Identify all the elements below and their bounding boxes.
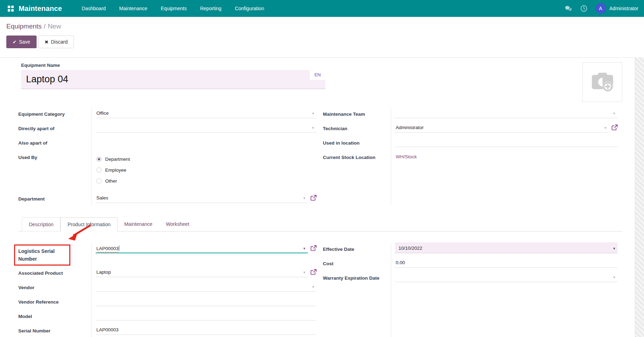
radio-department[interactable]: Department bbox=[96, 154, 130, 165]
menu-dashboard[interactable]: Dashboard bbox=[76, 0, 111, 17]
external-link-icon[interactable] bbox=[311, 269, 317, 275]
activities-clock-icon[interactable] bbox=[580, 5, 588, 12]
text-cursor bbox=[119, 246, 119, 251]
field-row-warranty-expiration: Warranty Expiration Date ▾ bbox=[323, 271, 618, 286]
associated-product-input[interactable]: Laptop ▾ bbox=[96, 266, 308, 277]
field-row-maintenance-team: Maintenance Team ▾ bbox=[323, 107, 618, 122]
tab-maintenance[interactable]: Maintenance bbox=[117, 217, 159, 231]
field-row-associated-product: Associated Product Laptop ▾ bbox=[18, 266, 317, 281]
radio-unselected-icon[interactable] bbox=[96, 167, 102, 173]
user-menu[interactable]: Administrator bbox=[610, 6, 638, 11]
logistics-serial-number-input[interactable]: LAP00003 ▾ bbox=[96, 242, 308, 253]
breadcrumb-equipments[interactable]: Equipments bbox=[6, 23, 42, 30]
equipment-category-label: Equipment Category bbox=[18, 112, 65, 117]
field-row-serial-number: Serial Number LAP00003 bbox=[18, 324, 317, 337]
external-link-icon[interactable] bbox=[311, 195, 317, 201]
used-by-radio-group: Department Employee Other bbox=[96, 151, 130, 189]
vendor-reference-label: Vendor Reference bbox=[18, 299, 59, 305]
chevron-down-icon[interactable]: ▾ bbox=[303, 196, 305, 201]
tab-description[interactable]: Description bbox=[22, 217, 60, 231]
field-row-model: Model bbox=[18, 310, 317, 324]
technician-input[interactable]: Administrator ▾ bbox=[395, 122, 609, 133]
department-input[interactable]: Sales ▾ bbox=[96, 192, 308, 203]
used-in-location-input[interactable] bbox=[395, 136, 618, 147]
field-row-vendor: Vendor ▾ bbox=[18, 281, 317, 295]
radio-selected-icon[interactable] bbox=[96, 157, 102, 162]
chevron-down-icon[interactable]: ▾ bbox=[312, 126, 314, 130]
breadcrumb-separator: / bbox=[42, 23, 47, 30]
discard-button[interactable]: ✖Discard bbox=[38, 36, 74, 48]
vendor-input[interactable]: ▾ bbox=[96, 281, 317, 292]
field-row-directly-apart: Directly apart of ▾ bbox=[18, 122, 317, 136]
menu-maintenance[interactable]: Maintenance bbox=[114, 0, 153, 17]
also-apart-input[interactable] bbox=[96, 136, 317, 147]
external-link-icon[interactable] bbox=[612, 125, 618, 131]
top-navbar: Maintenance Dashboard Maintenance Equipm… bbox=[0, 0, 644, 17]
form-sheet: Equipment Name Laptop 04 EN Equipment Ca… bbox=[0, 57, 635, 337]
breadcrumb: Equipments/New bbox=[6, 23, 644, 30]
department-label: Department bbox=[18, 196, 45, 202]
radio-unselected-icon[interactable] bbox=[96, 178, 102, 184]
field-row-department: Department Sales ▾ bbox=[18, 192, 317, 206]
directly-apart-input[interactable]: ▾ bbox=[96, 122, 317, 133]
chevron-down-icon[interactable]: ▾ bbox=[613, 275, 615, 280]
maintenance-team-input[interactable]: ▾ bbox=[395, 107, 618, 118]
chevron-down-icon[interactable]: ▾ bbox=[604, 126, 606, 130]
effective-date-label: Effective Date bbox=[323, 247, 354, 252]
stock-location-link[interactable]: WH/Stock bbox=[395, 151, 417, 159]
camera-plus-icon bbox=[590, 71, 615, 93]
logistics-serial-number-label: Logistics Serial Number bbox=[18, 248, 55, 262]
menu-reporting[interactable]: Reporting bbox=[195, 0, 227, 17]
breadcrumb-current: New bbox=[48, 23, 61, 30]
serial-number-label: Serial Number bbox=[18, 328, 51, 333]
field-row-cost: Cost 0.00 bbox=[323, 257, 618, 271]
main-menu: Dashboard Maintenance Equipments Reporti… bbox=[76, 0, 270, 17]
radio-other[interactable]: Other bbox=[96, 176, 130, 186]
warranty-expiration-label: Warranty Expiration Date bbox=[323, 275, 380, 281]
menu-equipments[interactable]: Equipments bbox=[155, 0, 192, 17]
cost-input[interactable]: 0.00 bbox=[395, 257, 618, 268]
effective-date-input[interactable]: 10/10/2022 ▾ bbox=[395, 242, 618, 253]
messages-icon[interactable] bbox=[565, 5, 572, 12]
chevron-down-icon[interactable]: ▾ bbox=[613, 111, 615, 116]
apps-menu-icon[interactable] bbox=[8, 6, 14, 12]
field-row-technician: Technician Administrator ▾ bbox=[323, 122, 618, 136]
field-row-used-by: Used By Department Employee bbox=[18, 151, 317, 189]
equipment-name-input[interactable]: Laptop 04 EN bbox=[21, 70, 325, 89]
used-in-location-label: Used in location bbox=[323, 140, 359, 146]
field-row-effective-date: Effective Date 10/10/2022 ▾ bbox=[323, 242, 618, 257]
radio-employee[interactable]: Employee bbox=[96, 165, 130, 176]
chevron-down-icon[interactable]: ▾ bbox=[613, 246, 615, 251]
app-brand[interactable]: Maintenance bbox=[19, 5, 62, 13]
directly-apart-label: Directly apart of bbox=[18, 126, 55, 131]
model-input[interactable] bbox=[96, 310, 317, 320]
field-row-vendor-reference: Vendor Reference bbox=[18, 295, 317, 310]
associated-product-label: Associated Product bbox=[18, 271, 63, 276]
field-row-logistics-serial-number: Logistics Serial Number LAP00003 ▾ bbox=[18, 242, 317, 266]
current-stock-location-label: Current Stock Location bbox=[323, 155, 375, 160]
translation-badge[interactable]: EN bbox=[310, 70, 325, 80]
warranty-expiration-input[interactable]: ▾ bbox=[395, 271, 618, 282]
chevron-down-icon[interactable]: ▾ bbox=[312, 285, 314, 289]
product-information-pane: Logistics Serial Number LAP00003 ▾ bbox=[18, 231, 622, 337]
also-apart-label: Also apart of bbox=[18, 140, 47, 146]
check-icon: ✔ bbox=[13, 39, 17, 45]
used-by-label: Used By bbox=[18, 155, 37, 160]
chevron-down-icon[interactable]: ▾ bbox=[312, 111, 314, 116]
external-link-icon[interactable] bbox=[311, 245, 317, 251]
vendor-label: Vendor bbox=[18, 285, 34, 290]
menu-configuration[interactable]: Configuration bbox=[229, 0, 270, 17]
field-row-also-apart: Also apart of bbox=[18, 136, 317, 151]
vendor-reference-input[interactable] bbox=[96, 295, 317, 306]
tab-worksheet[interactable]: Worksheet bbox=[159, 217, 196, 231]
save-button[interactable]: ✔Save bbox=[6, 36, 37, 48]
chevron-down-icon[interactable]: ▾ bbox=[303, 270, 305, 275]
user-avatar[interactable]: A bbox=[595, 3, 606, 14]
chevron-down-icon[interactable]: ▾ bbox=[303, 246, 305, 251]
tab-product-information[interactable]: Product Information bbox=[60, 217, 117, 231]
technician-label: Technician bbox=[323, 126, 347, 131]
equipment-category-input[interactable]: Office ▾ bbox=[96, 107, 317, 118]
control-panel: Equipments/New ✔Save ✖Discard bbox=[0, 17, 644, 57]
serial-number-input[interactable]: LAP00003 bbox=[96, 324, 317, 335]
equipment-image-upload[interactable] bbox=[582, 62, 622, 102]
